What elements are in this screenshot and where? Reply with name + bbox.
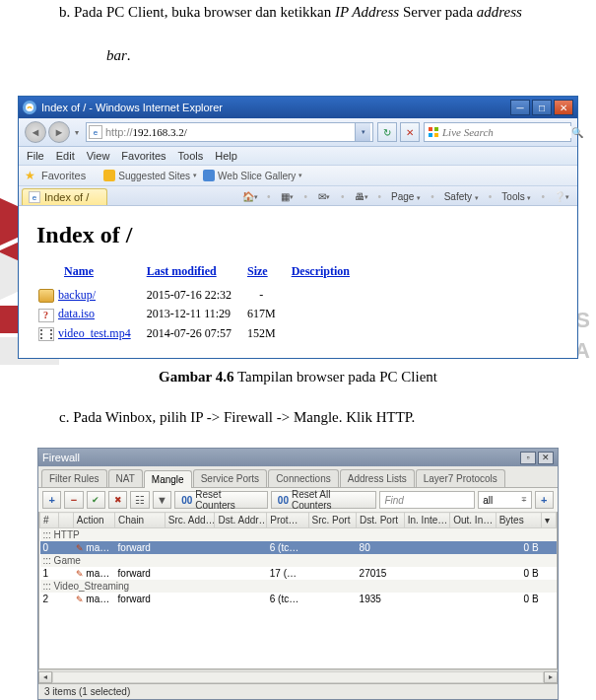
close-button[interactable]: ✕ <box>554 100 573 115</box>
mail-icon[interactable]: ✉▾ <box>317 190 331 204</box>
col-src-port[interactable]: Src. Port <box>308 513 357 528</box>
disable-button[interactable] <box>108 491 127 509</box>
col-name[interactable]: Name <box>64 264 94 278</box>
tab-strip: e Index of / 🏠▾ • ▦▾ • ✉▾ • 🖶▾ • Page ▾ … <box>19 186 577 206</box>
suggested-sites[interactable]: Suggested Sites▾ <box>103 170 197 181</box>
favorites-star-icon[interactable]: ★ <box>25 169 35 182</box>
group-row: ::: HTTP <box>40 528 557 542</box>
file-modified: 2015-07-16 22:32 <box>147 287 245 304</box>
col-chain[interactable]: Chain <box>115 513 166 528</box>
filter-button[interactable]: ▼ <box>153 491 171 509</box>
remove-button[interactable]: − <box>64 491 83 509</box>
print-icon[interactable]: 🖶▾ <box>355 190 368 204</box>
col-proto[interactable]: Prot… <box>267 513 308 528</box>
fw-close-button[interactable]: ✕ <box>538 452 554 464</box>
home-icon[interactable]: 🏠▾ <box>243 190 257 204</box>
maximize-button[interactable]: □ <box>532 100 552 115</box>
file-link[interactable]: backup/ <box>58 288 96 302</box>
col-modified[interactable]: Last modified <box>147 264 217 278</box>
tab-service-ports[interactable]: Service Ports <box>193 469 267 487</box>
search-go-icon[interactable]: 🔍 <box>571 127 583 138</box>
listing-row: data.iso 2013-12-11 11:29 617M <box>38 306 364 322</box>
col-size[interactable]: Size <box>247 264 268 278</box>
web-slice-gallery[interactable]: Web Slice Gallery▾ <box>203 170 302 181</box>
col-in-int[interactable]: In. Inte… <box>404 513 449 528</box>
ie-menubar: File Edit View Favorites Tools Help <box>19 147 577 166</box>
menu-view[interactable]: View <box>87 150 110 162</box>
col-dst-addr[interactable]: Dst. Addr… <box>215 513 267 528</box>
tab-address-lists[interactable]: Address Lists <box>340 469 415 487</box>
firewall-grid: # Action Chain Src. Add… Dst. Addr… Prot… <box>38 512 558 669</box>
search-input[interactable] <box>442 126 571 138</box>
firewall-titlebar: Firewall ▫ ✕ <box>38 449 558 466</box>
slice-icon <box>203 170 215 181</box>
search-box[interactable]: 🔍 <box>424 122 571 142</box>
col-action[interactable]: Action <box>73 513 114 528</box>
menu-tools[interactable]: Tools <box>178 150 204 162</box>
status-bar: 3 items (1 selected) <box>38 683 558 699</box>
address-bar[interactable]: e http:// ▾ <box>86 122 373 142</box>
tab-connections[interactable]: Connections <box>268 469 339 487</box>
tab-nat[interactable]: NAT <box>108 469 143 487</box>
feeds-icon[interactable]: ▦▾ <box>280 190 294 204</box>
col-more[interactable]: ▾ <box>542 513 557 528</box>
col-out-int[interactable]: Out. In… <box>450 513 496 528</box>
cmd-page[interactable]: Page ▾ <box>391 191 421 202</box>
filter-select[interactable]: all∓ <box>478 491 531 509</box>
reset-all-counters-button[interactable]: 00 Reset All Counters <box>271 491 377 509</box>
file-link[interactable]: video_test.mp4 <box>58 326 131 340</box>
ie-title-text: Index of / - Windows Internet Explorer <box>41 102 510 113</box>
reset-counters-button[interactable]: 00 Reset Counters <box>174 491 268 509</box>
history-dropdown[interactable]: ▾ <box>72 121 82 143</box>
col-num[interactable]: # <box>40 513 59 528</box>
col-dst-port[interactable]: Dst. Port <box>357 513 405 528</box>
add-button[interactable]: + <box>42 491 61 509</box>
file-size: - <box>247 287 290 304</box>
forward-button[interactable]: ► <box>48 121 70 143</box>
help-icon[interactable]: ❔▾ <box>555 190 568 204</box>
ie-navbar: ◄ ► ▾ e http:// ▾ ↻ ✕ 🔍 <box>19 118 577 147</box>
back-button[interactable]: ◄ <box>25 121 46 143</box>
listing-row: video_test.mp4 2014-07-26 07:57 152M <box>38 325 364 342</box>
col-src-addr[interactable]: Src. Add… <box>165 513 215 528</box>
fw-restore-button[interactable]: ▫ <box>520 452 536 464</box>
svg-rect-6 <box>429 127 432 131</box>
url-input[interactable] <box>133 126 355 138</box>
rule-row[interactable]: 1 ✎ma… forward 17 (… 27015 0 B <box>40 567 557 580</box>
suggested-icon <box>103 170 115 181</box>
favorites-bar: ★ Favorites Suggested Sites▾ Web Slice G… <box>19 166 577 186</box>
menu-favorites[interactable]: Favorites <box>121 150 166 162</box>
svg-rect-9 <box>434 133 438 137</box>
rule-row[interactable]: 2 ✎ma… forward 6 (tc… 1935 0 B <box>40 593 557 605</box>
menu-edit[interactable]: Edit <box>56 150 75 162</box>
menu-file[interactable]: File <box>27 150 44 162</box>
cmd-safety[interactable]: Safety ▾ <box>444 191 479 202</box>
search-provider-icon <box>428 125 439 139</box>
address-dropdown[interactable]: ▾ <box>355 123 370 141</box>
rule-row[interactable]: 0 ✎ma… forward 6 (tc… 80 0 B <box>40 541 557 554</box>
tab-index[interactable]: e Index of / <box>22 188 107 205</box>
refresh-button[interactable]: ↻ <box>377 122 397 142</box>
tab-layer7[interactable]: Layer7 Protocols <box>416 469 505 487</box>
stop-button[interactable]: ✕ <box>400 122 420 142</box>
comment-button[interactable]: ☷ <box>130 491 149 509</box>
minimize-button[interactable]: ─ <box>510 100 530 115</box>
menu-help[interactable]: Help <box>215 150 237 162</box>
svg-rect-7 <box>434 127 438 131</box>
ie-window: Index of / - Windows Internet Explorer ─… <box>18 96 578 359</box>
col-flag[interactable] <box>59 513 74 528</box>
tab-mangle[interactable]: Mangle <box>144 470 192 488</box>
favorites-label[interactable]: Favorites <box>41 170 86 181</box>
horizontal-scrollbar[interactable]: ◂▸ <box>38 669 558 683</box>
file-link[interactable]: data.iso <box>58 307 95 320</box>
cmd-tools[interactable]: Tools ▾ <box>501 191 531 202</box>
enable-button[interactable] <box>87 491 105 509</box>
col-bytes[interactable]: Bytes <box>496 513 541 528</box>
tab-favicon: e <box>29 191 40 203</box>
add-filter-button[interactable]: + <box>535 491 554 509</box>
tab-filter-rules[interactable]: Filter Rules <box>41 469 107 487</box>
col-desc[interactable]: Description <box>292 264 350 278</box>
grid-header: # Action Chain Src. Add… Dst. Addr… Prot… <box>40 513 557 528</box>
firewall-tabs: Filter Rules NAT Mangle Service Ports Co… <box>38 466 558 487</box>
find-input[interactable]: Find <box>379 491 475 509</box>
